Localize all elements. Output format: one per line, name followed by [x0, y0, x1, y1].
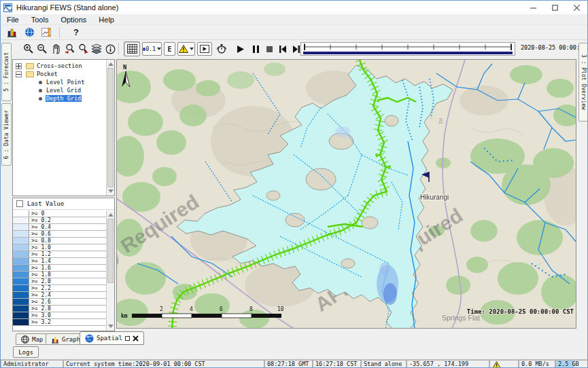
- menu-help[interactable]: Help: [92, 16, 120, 24]
- folder-icon: [26, 71, 34, 77]
- scroll-up-icon[interactable]: [108, 62, 114, 66]
- legend-row[interactable]: >= 0.8: [13, 238, 106, 244]
- title-bar[interactable]: Hikurangi FEWS (Stand alone): [1, 1, 587, 14]
- timeline-slider[interactable]: [300, 42, 515, 56]
- tab-spatial[interactable]: Spatial: [80, 331, 144, 345]
- legend-row-label: >= 0.2: [29, 217, 106, 223]
- scrollbar-thumb[interactable]: [107, 68, 114, 187]
- interval-value: 0.1: [146, 46, 156, 52]
- legend-swatch: [13, 319, 29, 325]
- legend-row-label: >= 1.2: [29, 251, 106, 257]
- zoom-in-icon[interactable]: [22, 42, 35, 56]
- status-user: Administrator: [1, 360, 63, 368]
- legend-row-label: >= 2.4: [29, 292, 106, 298]
- legend-row[interactable]: >= 1.2: [13, 251, 106, 258]
- zoom-next-icon[interactable]: [76, 42, 90, 56]
- scroll-down-icon[interactable]: [108, 325, 114, 328]
- legend-row[interactable]: >= 1.0: [13, 244, 106, 251]
- status-bar: Administrator Current system time:2020-0…: [1, 359, 588, 368]
- window-title: Hikurangi FEWS (Stand alone): [16, 3, 118, 12]
- logs-button[interactable]: Logs: [13, 346, 39, 358]
- legend-row[interactable]: >= 1.4: [13, 258, 106, 265]
- warning-dropdown-button[interactable]: [177, 42, 195, 56]
- legend-row-label: >= 1.6: [29, 265, 106, 271]
- pause-button[interactable]: [249, 42, 262, 56]
- legend-row[interactable]: >= 1.8: [13, 272, 106, 278]
- tree-item-level-grid[interactable]: Level Grid: [13, 86, 114, 94]
- menu-options[interactable]: Options: [54, 16, 92, 24]
- zoom-out-icon[interactable]: [35, 42, 49, 56]
- sidebar-tab-forecast[interactable]: 5 : Forecast: [1, 43, 12, 101]
- tree-item-cross-section[interactable]: Cross-section: [13, 62, 114, 70]
- menu-tools[interactable]: Tools: [25, 16, 55, 24]
- interval-dropdown[interactable]: 0.1: [142, 42, 162, 56]
- globe-tool-icon[interactable]: [22, 26, 36, 39]
- legend-row[interactable]: >= 3.2: [13, 319, 106, 326]
- menu-file[interactable]: File: [1, 16, 25, 24]
- status-system-time-label: Current system time:2020-09-01 00:00 CST: [66, 361, 205, 367]
- tab-map[interactable]: Map: [16, 333, 48, 345]
- play-button[interactable]: [234, 42, 247, 56]
- tab-close-icon[interactable]: [133, 335, 139, 342]
- legend-row[interactable]: >= 0.6: [13, 231, 106, 238]
- legend-swatch: [13, 265, 29, 271]
- tree-item-pocket[interactable]: Pocket: [13, 70, 114, 78]
- legend-row[interactable]: >= 0.4: [13, 224, 106, 231]
- sidebar-tab-plot-overview[interactable]: 3 : Plot Overview: [578, 43, 588, 122]
- status-local-time-label: 16:27:18 CST: [315, 361, 357, 367]
- scroll-up-icon[interactable]: [108, 213, 114, 217]
- info-icon[interactable]: [103, 42, 117, 56]
- skip-to-start-button[interactable]: [276, 42, 290, 56]
- help-button[interactable]: ?: [69, 26, 83, 39]
- status-coordinates: -35.657 , 174.199: [407, 360, 489, 368]
- app-icon: [3, 3, 12, 12]
- legend-row[interactable]: >= 2.8: [13, 306, 106, 312]
- legend-row[interactable]: >= 0: [13, 210, 106, 217]
- scroll-down-icon[interactable]: [108, 189, 114, 193]
- database-viewer-icon[interactable]: [5, 26, 18, 39]
- grid-toggle-button[interactable]: [124, 41, 140, 56]
- legend-row-label: >= 2.0: [29, 278, 106, 284]
- maximize-button[interactable]: [544, 1, 566, 14]
- legend-panel: Last Value >= 0 >= 0.2 >= 0.4 >= 0.6 >= …: [12, 198, 115, 331]
- legend-row[interactable]: >= 3.0: [13, 312, 106, 319]
- last-value-label: Last Value: [27, 200, 64, 207]
- legend-row[interactable]: >= 2.4: [13, 292, 106, 299]
- zoom-previous-icon[interactable]: [63, 42, 76, 56]
- town-label: Hikurangi: [420, 194, 449, 201]
- status-memory-label: 2.5 GB: [558, 361, 579, 367]
- stop-button[interactable]: [262, 42, 276, 56]
- movie-export-button[interactable]: [197, 42, 212, 56]
- tab-spatial-label: Spatial: [97, 335, 122, 342]
- expand-plus-icon[interactable]: [16, 63, 22, 69]
- sidebar-tab-data-viewer[interactable]: 6 : Data Viewer: [1, 103, 12, 166]
- folder-icon: [26, 63, 34, 69]
- minimize-button[interactable]: [522, 1, 544, 14]
- legend-swatch: [13, 224, 29, 230]
- legend-row[interactable]: >= 2.6: [13, 299, 106, 306]
- collapse-minus-icon[interactable]: [16, 71, 22, 77]
- last-value-checkbox[interactable]: [16, 200, 23, 207]
- sidebar-tab-data-viewer-label: 6 : Data Viewer: [3, 110, 10, 159]
- tree-scrollbar[interactable]: [106, 60, 114, 196]
- legend-row[interactable]: >= 0.2: [13, 217, 106, 224]
- close-button[interactable]: [566, 1, 587, 14]
- status-network: 0.0 MB/s: [519, 360, 555, 368]
- pan-hand-icon[interactable]: [49, 42, 63, 56]
- timeseries-chart-icon[interactable]: [40, 26, 54, 39]
- label-toggle-button[interactable]: E: [164, 42, 175, 56]
- legend-scrollbar[interactable]: [106, 210, 114, 331]
- legend-row[interactable]: >= 2.0: [13, 278, 106, 285]
- tree-item-level-point[interactable]: Level Point: [13, 78, 114, 86]
- map-viewport[interactable]: API Key Required API Key Required: [116, 59, 576, 329]
- layers-tree-panel: Cross-section Pocket Level Point Level G…: [12, 59, 115, 196]
- spacer: [216, 42, 230, 56]
- legend-row[interactable]: >= 1.6: [13, 265, 106, 272]
- legend-row[interactable]: >= 2.2: [13, 285, 106, 292]
- tab-maximize-icon[interactable]: [125, 336, 130, 341]
- tree-item-depth-grid[interactable]: Depth Grid: [13, 94, 114, 103]
- layers-icon[interactable]: [90, 42, 103, 56]
- scrollbar-thumb[interactable]: [107, 219, 114, 283]
- legend-swatch: [13, 258, 29, 264]
- status-warning[interactable]: [489, 360, 519, 368]
